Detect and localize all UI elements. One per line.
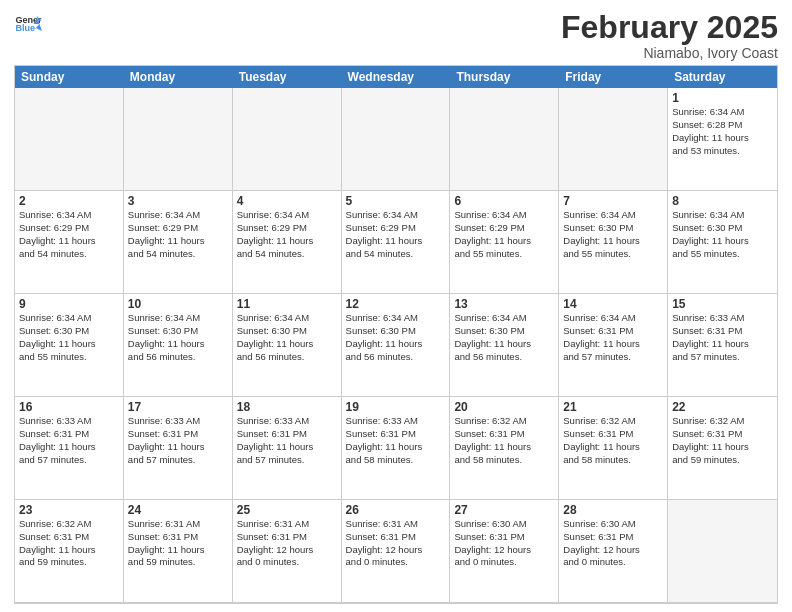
main-container: General Blue February 2025 Niamabo, Ivor… (0, 0, 792, 612)
calendar-cell: 28Sunrise: 6:30 AM Sunset: 6:31 PM Dayli… (559, 500, 668, 603)
calendar-cell: 26Sunrise: 6:31 AM Sunset: 6:31 PM Dayli… (342, 500, 451, 603)
cell-daylight-info: Sunrise: 6:34 AM Sunset: 6:29 PM Dayligh… (19, 209, 119, 260)
cell-daylight-info: Sunrise: 6:32 AM Sunset: 6:31 PM Dayligh… (563, 415, 663, 466)
cell-day-number: 19 (346, 400, 446, 414)
cell-daylight-info: Sunrise: 6:34 AM Sunset: 6:29 PM Dayligh… (346, 209, 446, 260)
day-header: Friday (559, 66, 668, 88)
cell-day-number: 4 (237, 194, 337, 208)
svg-text:Blue: Blue (15, 23, 35, 33)
cell-daylight-info: Sunrise: 6:32 AM Sunset: 6:31 PM Dayligh… (672, 415, 773, 466)
calendar-cell (559, 88, 668, 191)
cell-daylight-info: Sunrise: 6:34 AM Sunset: 6:30 PM Dayligh… (454, 312, 554, 363)
cell-day-number: 14 (563, 297, 663, 311)
day-header: Thursday (450, 66, 559, 88)
calendar-cell (450, 88, 559, 191)
cell-daylight-info: Sunrise: 6:31 AM Sunset: 6:31 PM Dayligh… (128, 518, 228, 569)
calendar-cell: 21Sunrise: 6:32 AM Sunset: 6:31 PM Dayli… (559, 397, 668, 500)
cell-day-number: 12 (346, 297, 446, 311)
cell-daylight-info: Sunrise: 6:34 AM Sunset: 6:30 PM Dayligh… (237, 312, 337, 363)
cell-day-number: 2 (19, 194, 119, 208)
calendar-cell: 10Sunrise: 6:34 AM Sunset: 6:30 PM Dayli… (124, 294, 233, 397)
cell-day-number: 23 (19, 503, 119, 517)
calendar-cell: 18Sunrise: 6:33 AM Sunset: 6:31 PM Dayli… (233, 397, 342, 500)
title-area: February 2025 Niamabo, Ivory Coast (561, 10, 778, 61)
cell-daylight-info: Sunrise: 6:31 AM Sunset: 6:31 PM Dayligh… (346, 518, 446, 569)
calendar-cell: 5Sunrise: 6:34 AM Sunset: 6:29 PM Daylig… (342, 191, 451, 294)
day-header: Saturday (668, 66, 777, 88)
cell-daylight-info: Sunrise: 6:33 AM Sunset: 6:31 PM Dayligh… (346, 415, 446, 466)
cell-day-number: 15 (672, 297, 773, 311)
cell-daylight-info: Sunrise: 6:33 AM Sunset: 6:31 PM Dayligh… (237, 415, 337, 466)
calendar-cell: 12Sunrise: 6:34 AM Sunset: 6:30 PM Dayli… (342, 294, 451, 397)
calendar-cell: 22Sunrise: 6:32 AM Sunset: 6:31 PM Dayli… (668, 397, 777, 500)
calendar-cell: 3Sunrise: 6:34 AM Sunset: 6:29 PM Daylig… (124, 191, 233, 294)
cell-day-number: 5 (346, 194, 446, 208)
calendar-cell: 9Sunrise: 6:34 AM Sunset: 6:30 PM Daylig… (15, 294, 124, 397)
cell-day-number: 1 (672, 91, 773, 105)
calendar-cell (15, 88, 124, 191)
cell-day-number: 26 (346, 503, 446, 517)
calendar-cell: 2Sunrise: 6:34 AM Sunset: 6:29 PM Daylig… (15, 191, 124, 294)
calendar-cell: 1Sunrise: 6:34 AM Sunset: 6:28 PM Daylig… (668, 88, 777, 191)
calendar-grid: 1Sunrise: 6:34 AM Sunset: 6:28 PM Daylig… (15, 88, 777, 603)
cell-daylight-info: Sunrise: 6:30 AM Sunset: 6:31 PM Dayligh… (454, 518, 554, 569)
cell-day-number: 10 (128, 297, 228, 311)
cell-daylight-info: Sunrise: 6:34 AM Sunset: 6:29 PM Dayligh… (128, 209, 228, 260)
cell-daylight-info: Sunrise: 6:34 AM Sunset: 6:30 PM Dayligh… (128, 312, 228, 363)
calendar-cell: 16Sunrise: 6:33 AM Sunset: 6:31 PM Dayli… (15, 397, 124, 500)
calendar-cell: 17Sunrise: 6:33 AM Sunset: 6:31 PM Dayli… (124, 397, 233, 500)
calendar-cell (342, 88, 451, 191)
calendar-cell: 23Sunrise: 6:32 AM Sunset: 6:31 PM Dayli… (15, 500, 124, 603)
calendar-cell: 14Sunrise: 6:34 AM Sunset: 6:31 PM Dayli… (559, 294, 668, 397)
calendar-cell: 25Sunrise: 6:31 AM Sunset: 6:31 PM Dayli… (233, 500, 342, 603)
logo: General Blue (14, 10, 42, 38)
cell-day-number: 9 (19, 297, 119, 311)
cell-daylight-info: Sunrise: 6:32 AM Sunset: 6:31 PM Dayligh… (454, 415, 554, 466)
cell-day-number: 13 (454, 297, 554, 311)
cell-day-number: 7 (563, 194, 663, 208)
calendar-cell: 7Sunrise: 6:34 AM Sunset: 6:30 PM Daylig… (559, 191, 668, 294)
calendar-cell: 19Sunrise: 6:33 AM Sunset: 6:31 PM Dayli… (342, 397, 451, 500)
cell-daylight-info: Sunrise: 6:34 AM Sunset: 6:30 PM Dayligh… (346, 312, 446, 363)
cell-day-number: 22 (672, 400, 773, 414)
day-header: Sunday (15, 66, 124, 88)
calendar-cell: 27Sunrise: 6:30 AM Sunset: 6:31 PM Dayli… (450, 500, 559, 603)
cell-day-number: 6 (454, 194, 554, 208)
calendar-cell: 4Sunrise: 6:34 AM Sunset: 6:29 PM Daylig… (233, 191, 342, 294)
cell-daylight-info: Sunrise: 6:34 AM Sunset: 6:30 PM Dayligh… (672, 209, 773, 260)
logo-icon: General Blue (14, 10, 42, 38)
header: General Blue February 2025 Niamabo, Ivor… (14, 10, 778, 61)
cell-daylight-info: Sunrise: 6:32 AM Sunset: 6:31 PM Dayligh… (19, 518, 119, 569)
calendar-cell: 24Sunrise: 6:31 AM Sunset: 6:31 PM Dayli… (124, 500, 233, 603)
day-headers: SundayMondayTuesdayWednesdayThursdayFrid… (15, 66, 777, 88)
cell-day-number: 28 (563, 503, 663, 517)
cell-day-number: 16 (19, 400, 119, 414)
calendar-cell (233, 88, 342, 191)
cell-daylight-info: Sunrise: 6:34 AM Sunset: 6:29 PM Dayligh… (454, 209, 554, 260)
cell-day-number: 3 (128, 194, 228, 208)
calendar-cell (124, 88, 233, 191)
cell-day-number: 27 (454, 503, 554, 517)
calendar-cell (668, 500, 777, 603)
cell-daylight-info: Sunrise: 6:34 AM Sunset: 6:30 PM Dayligh… (563, 209, 663, 260)
cell-daylight-info: Sunrise: 6:34 AM Sunset: 6:29 PM Dayligh… (237, 209, 337, 260)
month-title: February 2025 (561, 10, 778, 45)
cell-day-number: 21 (563, 400, 663, 414)
cell-daylight-info: Sunrise: 6:34 AM Sunset: 6:28 PM Dayligh… (672, 106, 773, 157)
cell-day-number: 25 (237, 503, 337, 517)
calendar-cell: 8Sunrise: 6:34 AM Sunset: 6:30 PM Daylig… (668, 191, 777, 294)
cell-daylight-info: Sunrise: 6:33 AM Sunset: 6:31 PM Dayligh… (128, 415, 228, 466)
cell-daylight-info: Sunrise: 6:34 AM Sunset: 6:31 PM Dayligh… (563, 312, 663, 363)
cell-day-number: 8 (672, 194, 773, 208)
calendar-cell: 6Sunrise: 6:34 AM Sunset: 6:29 PM Daylig… (450, 191, 559, 294)
cell-day-number: 20 (454, 400, 554, 414)
cell-day-number: 17 (128, 400, 228, 414)
day-header: Tuesday (233, 66, 342, 88)
subtitle: Niamabo, Ivory Coast (561, 45, 778, 61)
cell-day-number: 24 (128, 503, 228, 517)
day-header: Wednesday (342, 66, 451, 88)
calendar: SundayMondayTuesdayWednesdayThursdayFrid… (14, 65, 778, 604)
cell-daylight-info: Sunrise: 6:33 AM Sunset: 6:31 PM Dayligh… (19, 415, 119, 466)
cell-daylight-info: Sunrise: 6:31 AM Sunset: 6:31 PM Dayligh… (237, 518, 337, 569)
cell-daylight-info: Sunrise: 6:30 AM Sunset: 6:31 PM Dayligh… (563, 518, 663, 569)
